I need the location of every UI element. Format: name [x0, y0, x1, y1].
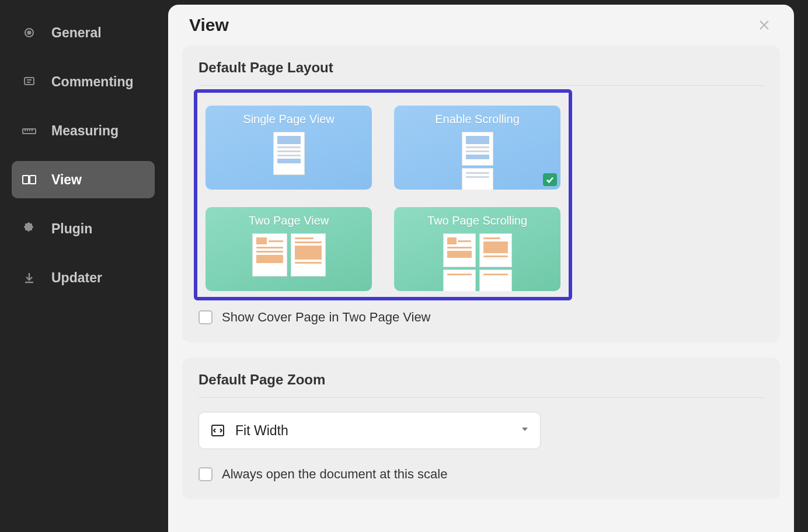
puzzle-icon	[21, 220, 37, 237]
sidebar-item-updater[interactable]: Updater	[12, 259, 155, 296]
section-title: Default Page Zoom	[198, 372, 764, 397]
layout-option-two-page[interactable]: Two Page View	[206, 207, 372, 291]
sidebar-item-general[interactable]: General	[12, 14, 155, 51]
show-cover-checkbox[interactable]	[198, 310, 213, 324]
sidebar-item-label: Updater	[51, 270, 102, 286]
two-page-thumbnail-icon	[252, 233, 326, 276]
section-default-page-zoom: Default Page Zoom Fit Width Always open …	[182, 358, 780, 499]
tile-label: Two Page View	[249, 214, 329, 228]
sidebar-item-measuring[interactable]: Measuring	[12, 112, 155, 149]
two-page-scrolling-thumbnail-icon	[443, 233, 512, 291]
settings-panel: View Default Page Layout Single Page Vie…	[168, 5, 794, 532]
zoom-select-value: Fit Width	[235, 423, 288, 439]
section-default-page-layout: Default Page Layout Single Page View	[182, 46, 780, 342]
panel-header: View	[168, 5, 794, 46]
fit-width-icon	[210, 422, 226, 439]
tile-label: Enable Scrolling	[435, 113, 520, 126]
svg-rect-10	[23, 176, 29, 184]
layout-option-enable-scrolling[interactable]: Enable Scrolling	[394, 106, 560, 190]
sidebar-item-commenting[interactable]: Commenting	[12, 63, 155, 100]
chevron-down-icon	[520, 425, 530, 436]
svg-rect-2	[25, 78, 34, 85]
book-open-icon	[21, 172, 37, 188]
gear-icon	[21, 24, 37, 41]
selected-check-icon	[543, 173, 557, 186]
sidebar-item-label: General	[51, 25, 102, 41]
sidebar-item-view[interactable]: View	[12, 161, 155, 198]
always-open-label: Always open the document at this scale	[222, 467, 447, 482]
layout-option-two-page-scrolling[interactable]: Two Page Scrolling	[394, 207, 560, 291]
sidebar-item-label: View	[51, 172, 82, 188]
ruler-icon	[21, 123, 37, 139]
sidebar-item-label: Measuring	[51, 123, 119, 139]
page-title: View	[189, 15, 229, 35]
show-cover-label: Show Cover Page in Two Page View	[222, 310, 431, 325]
tile-label: Two Page Scrolling	[427, 214, 527, 228]
tile-label: Single Page View	[243, 113, 334, 126]
divider	[198, 397, 764, 398]
svg-marker-15	[522, 428, 528, 431]
sidebar-item-plugin[interactable]: Plugin	[12, 210, 155, 247]
section-title: Default Page Layout	[198, 60, 764, 85]
divider	[198, 85, 764, 86]
close-button[interactable]	[755, 16, 773, 34]
show-cover-option: Show Cover Page in Two Page View	[198, 310, 764, 325]
layout-options-highlight: Single Page View	[194, 89, 572, 300]
always-open-checkbox[interactable]	[198, 467, 213, 481]
comment-icon	[21, 74, 37, 90]
svg-point-1	[28, 32, 31, 34]
scrolling-thumbnail-icon	[462, 132, 493, 190]
sidebar-item-label: Commenting	[51, 74, 134, 90]
settings-sidebar: General Commenting Measuring View Plugin…	[0, 0, 166, 532]
svg-rect-11	[30, 176, 36, 184]
single-page-thumbnail-icon	[273, 132, 305, 175]
sidebar-item-label: Plugin	[51, 221, 92, 237]
zoom-select[interactable]: Fit Width	[198, 412, 541, 449]
download-icon	[21, 270, 37, 286]
layout-option-single-page[interactable]: Single Page View	[206, 106, 372, 190]
always-open-option: Always open the document at this scale	[198, 467, 764, 482]
